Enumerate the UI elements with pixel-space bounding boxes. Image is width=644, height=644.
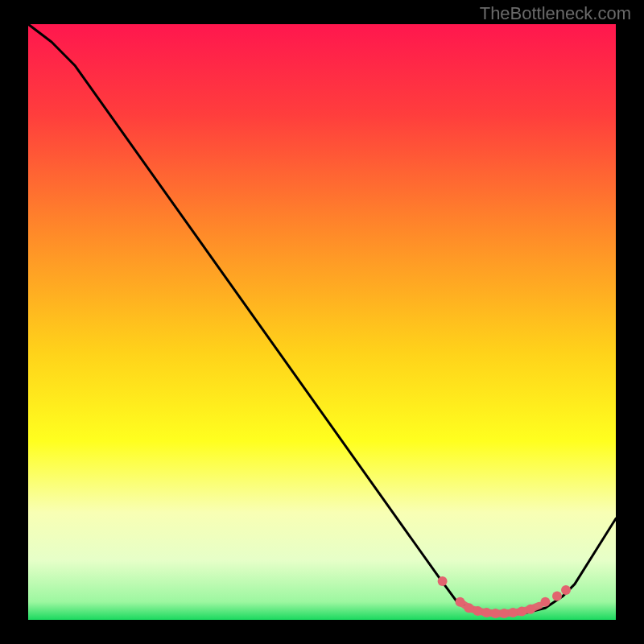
watermark-text: TheBottleneck.com [480,3,631,24]
chart-svg [28,24,616,620]
marker-dot [464,603,474,613]
marker-dot [540,597,550,607]
plot-area [28,24,616,620]
marker-dot [508,608,518,617]
chart-outer: TheBottleneck.com [0,0,644,644]
marker-dot [552,591,562,601]
marker-dot [561,585,571,595]
marker-dot [517,607,526,617]
marker-dot [499,609,509,618]
marker-dot [456,597,465,607]
marker-dot [438,576,448,586]
marker-dot [526,605,535,614]
gradient-background [28,24,616,620]
marker-dot [481,608,491,617]
marker-dot [473,606,483,616]
marker-dot [490,609,500,618]
